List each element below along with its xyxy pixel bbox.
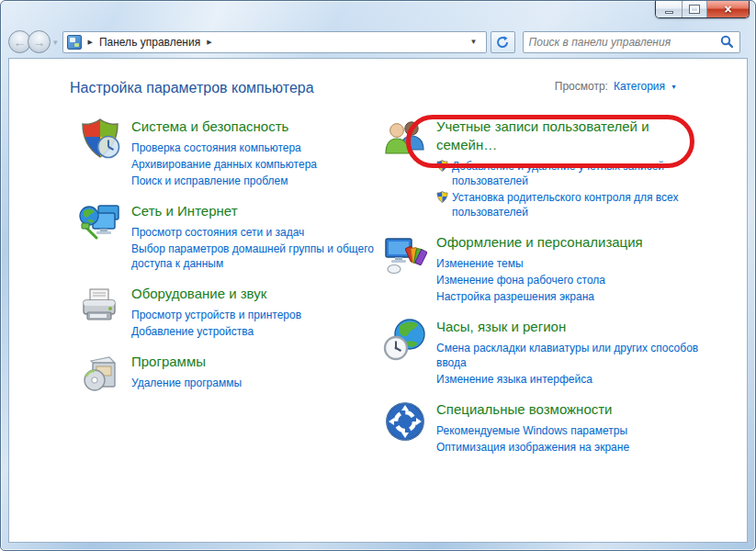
breadcrumb[interactable]: Панель управления bbox=[99, 36, 200, 49]
view-by-dropdown-icon[interactable]: ▼ bbox=[671, 84, 677, 90]
link-homegroup-sharing[interactable]: Выбор параметров домашней группы и общег… bbox=[131, 242, 381, 271]
link-suggested-settings[interactable]: Рекомендуемые Windows параметры bbox=[436, 423, 629, 438]
control-panel-window: × ← → ▾ ▶ Панель управления ▶ ▼ bbox=[0, 0, 756, 551]
refresh-icon bbox=[495, 35, 510, 50]
link-change-theme[interactable]: Изменение темы bbox=[436, 256, 643, 271]
link-add-device[interactable]: Добавление устройства bbox=[131, 324, 301, 339]
category-clock-language-region: Часы, язык и регион Смена раскладки клав… bbox=[383, 317, 714, 388]
address-dropdown-icon[interactable]: ▼ bbox=[465, 38, 483, 46]
breadcrumb-arrow-icon[interactable]: ▶ bbox=[88, 39, 93, 46]
link-uninstall-program[interactable]: Удаление программы bbox=[131, 376, 242, 390]
link-adjust-screen-resolution[interactable]: Настройка разрешения экрана bbox=[436, 289, 643, 304]
uac-shield-icon bbox=[436, 160, 448, 172]
page-title: Настройка параметров компьютера bbox=[70, 80, 314, 96]
ease-of-access-icon[interactable] bbox=[383, 399, 427, 444]
content-area: Настройка параметров компьютера Просмотр… bbox=[8, 58, 748, 543]
category-hardware-sound: Оборудование и звук Просмотр устройств и… bbox=[78, 284, 383, 341]
breadcrumb-arrow-icon[interactable]: ▶ bbox=[207, 39, 211, 46]
category-programs: Программы Удаление программы bbox=[78, 352, 383, 396]
control-panel-icon bbox=[67, 35, 82, 50]
refresh-button[interactable] bbox=[491, 31, 515, 53]
category-user-accounts: Учетные записи пользователей и семейн… bbox=[383, 117, 714, 221]
category-system-security: Система и безопасность Проверка состояни… bbox=[78, 117, 383, 190]
category-title-system-security[interactable]: Система и безопасность bbox=[131, 118, 317, 136]
navigation-bar: ← → ▾ ▶ Панель управления ▶ ▼ bbox=[1, 26, 755, 58]
view-by-control: Просмотр: Категория ▼ bbox=[555, 80, 677, 93]
link-check-computer-status[interactable]: Проверка состояния компьютера bbox=[131, 141, 317, 155]
category-personalization: Оформление и персонализация Изменение те… bbox=[383, 232, 714, 306]
link-label: Добавление и удаление учетных записей по… bbox=[452, 159, 705, 188]
personalization-icon[interactable] bbox=[383, 232, 427, 276]
programs-icon[interactable] bbox=[78, 352, 122, 396]
link-view-network-status[interactable]: Просмотр состояния сети и задач bbox=[131, 225, 381, 240]
minimize-button[interactable] bbox=[656, 1, 683, 17]
minimize-icon bbox=[665, 11, 673, 14]
maximize-button[interactable] bbox=[683, 1, 707, 17]
link-optimize-visual-display[interactable]: Оптимизация изображения на экране bbox=[436, 440, 629, 455]
clock-language-region-icon[interactable] bbox=[383, 317, 427, 361]
category-title-hardware-sound[interactable]: Оборудование и звук bbox=[131, 285, 301, 303]
maximize-icon bbox=[690, 6, 699, 13]
view-by-value[interactable]: Категория bbox=[614, 80, 665, 93]
link-view-devices-printers[interactable]: Просмотр устройств и принтеров bbox=[131, 308, 301, 322]
caption-buttons: × bbox=[655, 1, 750, 18]
category-title-network-internet[interactable]: Сеть и Интернет bbox=[131, 202, 381, 220]
link-change-display-language[interactable]: Изменение языка интерфейса bbox=[436, 372, 705, 387]
left-column: Система и безопасность Проверка состояни… bbox=[78, 117, 383, 467]
category-title-clock-language-region[interactable]: Часы, язык и регион bbox=[436, 318, 684, 336]
forward-icon: → bbox=[33, 35, 46, 50]
recent-pages-chevron-icon[interactable]: ▾ bbox=[53, 38, 58, 47]
link-change-keyboard-layout[interactable]: Смена раскладки клавиатуры или других сп… bbox=[436, 341, 705, 370]
category-title-programs[interactable]: Программы bbox=[131, 353, 242, 371]
forward-button[interactable]: → bbox=[28, 30, 51, 53]
category-columns: Система и безопасность Проверка состояни… bbox=[9, 117, 747, 467]
network-internet-icon[interactable] bbox=[78, 201, 122, 245]
link-parental-controls[interactable]: Установка родительского контроля для все… bbox=[436, 190, 705, 219]
user-accounts-icon[interactable] bbox=[383, 117, 427, 161]
uac-shield-icon bbox=[436, 191, 448, 203]
link-change-desktop-background[interactable]: Изменение фона рабочего стола bbox=[436, 273, 643, 287]
link-label: Установка родительского контроля для все… bbox=[452, 190, 705, 219]
link-add-remove-accounts[interactable]: Добавление и удаление учетных записей по… bbox=[436, 159, 705, 188]
close-button[interactable]: × bbox=[707, 1, 749, 17]
category-title-ease-of-access[interactable]: Специальные возможности bbox=[436, 400, 629, 419]
link-backup-computer[interactable]: Архивирование данных компьютера bbox=[131, 157, 317, 172]
close-icon: × bbox=[724, 3, 731, 16]
search-icon[interactable] bbox=[720, 35, 734, 49]
page-header: Настройка параметров компьютера Просмотр… bbox=[9, 59, 747, 96]
category-ease-of-access: Специальные возможности Рекомендуемые Wi… bbox=[383, 399, 714, 456]
address-bar[interactable]: ▶ Панель управления ▶ ▼ bbox=[62, 31, 487, 53]
search-input[interactable] bbox=[529, 36, 720, 49]
hardware-sound-icon[interactable] bbox=[78, 284, 122, 328]
back-icon: ← bbox=[14, 35, 27, 50]
view-by-label: Просмотр: bbox=[555, 80, 608, 93]
link-find-fix-problems[interactable]: Поиск и исправление проблем bbox=[131, 174, 317, 188]
category-network-internet: Сеть и Интернет Просмотр состояния сети … bbox=[78, 201, 383, 273]
category-title-user-accounts[interactable]: Учетные записи пользователей и семейн… bbox=[436, 118, 684, 154]
category-title-personalization[interactable]: Оформление и персонализация bbox=[436, 233, 643, 252]
search-box bbox=[523, 31, 740, 53]
right-column: Учетные записи пользователей и семейн… bbox=[383, 117, 714, 467]
security-shield-icon[interactable] bbox=[78, 117, 122, 161]
